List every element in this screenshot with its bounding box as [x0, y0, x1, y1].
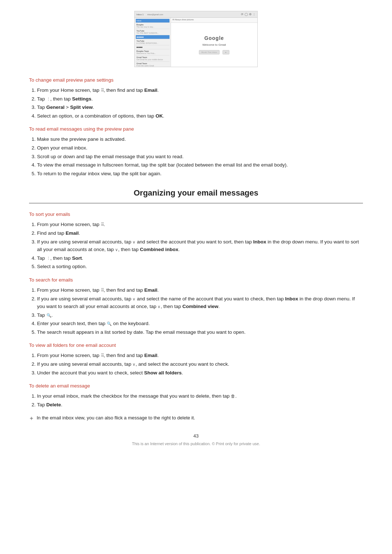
step-item: Tap 🔍.: [37, 311, 363, 319]
step-item: To view the email message in fullscreen …: [37, 161, 363, 169]
mock-body: Inbox BoxglesThe new way to stay... YouT…: [135, 18, 257, 67]
step-item: If you are using several email accounts,…: [37, 238, 363, 254]
apps-icon: ⠿: [101, 287, 104, 294]
step-item: Tap Delete.: [37, 401, 363, 409]
sidebar-item3: ■■■■■■: [136, 35, 170, 39]
welcome-text: Welcome to Gmail: [202, 43, 226, 46]
step-item: If you are using several email accounts,…: [37, 360, 363, 368]
apps-icon: ⠿: [101, 221, 104, 228]
sidebar-item2: YouTubeTIA THE BEST KANDATA...: [136, 29, 170, 35]
welcome-buttons: Month Ther Inbox ►: [199, 50, 229, 54]
chevron-icon: ∨: [132, 239, 135, 246]
mock-welcome-area: Google Welcome to Gmail Month Ther Inbox…: [171, 23, 257, 67]
step-item: Tap ⋮, then tap Sort.: [37, 254, 363, 262]
search-icon: 🔍: [107, 321, 112, 327]
apps-icon: ⠿: [101, 352, 104, 359]
steps-search-emails: From your Home screen, tap ⠿, then find …: [37, 286, 363, 336]
page-number: 43: [29, 433, 363, 439]
section-sort-emails: To sort your emails From your Home scree…: [29, 212, 363, 271]
sidebar-item7: Gmail TeamGet Gmail for your mobile devi…: [136, 56, 170, 62]
email-app-screenshot: Inbox 1 inbox@gmail.com ⟳◯⚙⋮ Inbox Boxgl…: [134, 11, 258, 67]
tip-text: In the email inbox view, you can also fl…: [37, 415, 195, 420]
trash-icon: 🗑: [231, 393, 235, 400]
step-item: Select an option, or a combination of op…: [37, 112, 363, 120]
chevron-icon: ∨: [115, 247, 118, 253]
chevron-icon: ∨: [132, 361, 135, 368]
sidebar-item1: BoxglesThe new way to stay...: [136, 23, 170, 29]
steps-read-preview: Make sure the preview pane is activated.…: [37, 135, 363, 177]
menu-icon: ⋮: [46, 96, 50, 103]
step-item: Scroll up or down and tap the email mess…: [37, 153, 363, 161]
mock-main-content: ✉ Always show pictures Google Welcome to…: [171, 18, 257, 67]
steps-sort-emails: From your Home screen, tap ⠿. Find and t…: [37, 221, 363, 271]
step-item: From your Home screen, tap ⠿, then find …: [37, 286, 363, 294]
menu-icon: ⋮: [46, 255, 50, 262]
sidebar-item6: Boxgles TeamWelcome to This Polis...: [136, 49, 170, 56]
step-item: Open your email inbox.: [37, 144, 363, 152]
top-bar: Inbox 1 inbox@gmail.com ⟳◯⚙⋮: [135, 11, 257, 18]
heading-search-emails: To search for emails: [29, 277, 363, 283]
steps-delete-email: In your email inbox, mark the checkbox f…: [37, 392, 363, 409]
step-item: Under the account that you want to check…: [37, 369, 363, 377]
heading-sort-emails: To sort your emails: [29, 212, 363, 217]
footer-text: This is an Internet version of this publ…: [29, 442, 363, 446]
step-item: The search result appears in a list sort…: [37, 328, 363, 336]
tip-star-icon: ✦: [29, 415, 34, 422]
heading-delete-email: To delete an email message: [29, 383, 363, 389]
tip-row: ✦ In the email inbox view, you can also …: [29, 415, 363, 422]
sidebar-inbox: Inbox: [136, 19, 170, 23]
heading-view-folders: To view all folders for one email accoun…: [29, 342, 363, 348]
step-item: Select a sorting option.: [37, 263, 363, 271]
steps-change-preview: From your Home screen, tap ⠿, then find …: [37, 86, 363, 120]
mock-btn-1: Month Ther Inbox: [199, 50, 220, 54]
step-item: Tap General > Split view.: [37, 103, 363, 111]
mock-main-toolbar: ✉ Always show pictures: [171, 18, 257, 23]
mock-btn-2: ►: [222, 50, 229, 54]
google-logo: Google: [204, 35, 224, 41]
step-item: Make sure the preview pane is activated.: [37, 135, 363, 143]
heading-change-preview: To change email preview pane settings: [29, 77, 363, 83]
step-item: Enter your search text, then tap 🔍 on th…: [37, 320, 363, 328]
section-search-emails: To search for emails From your Home scre…: [29, 277, 363, 336]
step-item: Tap ⋮, then tap Settings.: [37, 95, 363, 103]
page-content: Inbox 1 inbox@gmail.com ⟳◯⚙⋮ Inbox Boxgl…: [0, 0, 392, 460]
apps-icon: ⠿: [101, 87, 104, 94]
mock-sidebar: Inbox BoxglesThe new way to stay... YouT…: [135, 18, 171, 67]
search-icon: 🔍: [46, 312, 52, 319]
top-bar-icons: ⟳◯⚙⋮: [241, 13, 256, 16]
sidebar-item4: YouTubein LOVING INTENTIONS...: [136, 39, 170, 45]
section-change-preview: To change email preview pane settings Fr…: [29, 77, 363, 120]
chevron-icon: ∨: [158, 304, 160, 310]
sidebar-item5: ■■■■■: [136, 45, 170, 49]
step-item: If you are using several email accounts,…: [37, 295, 363, 311]
steps-view-folders: From your Home screen, tap ⠿, then find …: [37, 352, 363, 377]
chevron-icon: ∨: [132, 296, 135, 303]
sidebar-item8: Gmail TeamFrom the same Gmail: [136, 62, 170, 67]
step-item: Find and tap Email.: [37, 229, 363, 237]
section-view-folders: To view all folders for one email accoun…: [29, 342, 363, 377]
main-section-title: Organizing your email messages: [29, 188, 363, 204]
section-delete-email: To delete an email message In your email…: [29, 383, 363, 409]
heading-read-preview: To read email messages using the preview…: [29, 126, 363, 132]
step-item: In your email inbox, mark the checkbox f…: [37, 392, 363, 400]
step-item: From your Home screen, tap ⠿.: [37, 221, 363, 229]
screenshot-area: Inbox 1 inbox@gmail.com ⟳◯⚙⋮ Inbox Boxgl…: [29, 11, 363, 67]
section-read-preview: To read email messages using the preview…: [29, 126, 363, 177]
step-item: From your Home screen, tap ⠿, then find …: [37, 352, 363, 360]
step-item: From your Home screen, tap ⠿, then find …: [37, 86, 363, 94]
step-item: To return to the regular inbox view, tap…: [37, 170, 363, 178]
